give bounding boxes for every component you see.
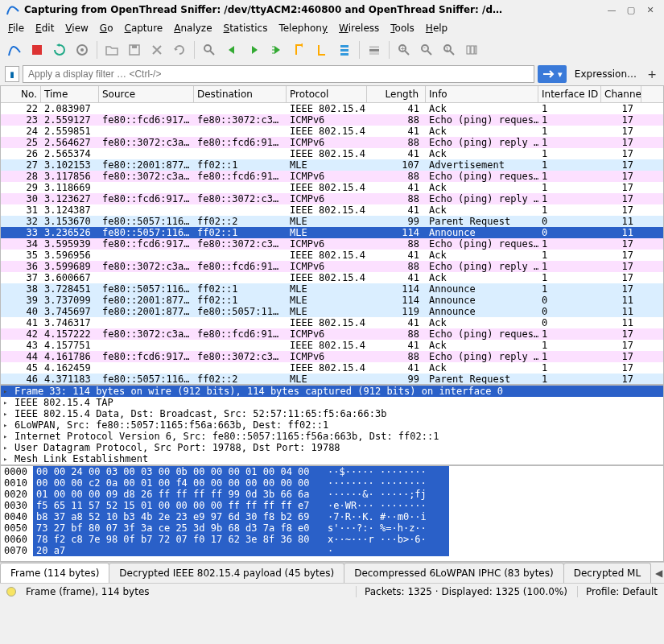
menu-go[interactable]: Go <box>100 23 113 34</box>
resize-columns-button[interactable] <box>462 40 481 60</box>
zoom-in-button[interactable]: + <box>394 40 414 60</box>
display-filter-input[interactable] <box>23 65 534 83</box>
menu-edit[interactable]: Edit <box>35 23 54 34</box>
zoom-out-button[interactable]: - <box>417 40 436 60</box>
col-chan[interactable]: Channel <box>601 86 641 102</box>
close-button[interactable]: ✕ <box>643 4 658 15</box>
tree-item[interactable]: ▸Frame 33: 114 bytes on wire (912 bits),… <box>1 386 663 397</box>
packet-row[interactable]: 323.153670fe80::5057:116…ff02::2MLE99Par… <box>1 216 663 227</box>
hex-row[interactable]: 005073 27 bf 80 07 3f 3a ce 25 3d 9b 68 … <box>1 522 663 534</box>
tab-frame[interactable]: Frame (114 bytes) <box>0 563 109 583</box>
packet-row[interactable]: 273.102153fe80::2001:877…ff02::1MLE107Ad… <box>1 159 663 171</box>
col-time[interactable]: Time <box>41 86 99 102</box>
menu-statistics[interactable]: Statistics <box>224 23 268 34</box>
packet-row[interactable]: 424.157222fe80::3072:c3a…fe80::fcd6:91…I… <box>1 328 663 340</box>
packet-row[interactable]: 293.118669IEEE 802.15.441Ack117 <box>1 182 663 193</box>
go-first-button[interactable] <box>290 40 309 60</box>
tree-item[interactable]: ▸IEEE 802.15.4 TAP <box>1 397 663 408</box>
capture-options-button[interactable] <box>72 40 92 60</box>
packet-row[interactable]: 222.083907IEEE 802.15.441Ack117 <box>1 103 663 114</box>
packet-row[interactable]: 303.123627fe80::fcd6:917…fe80::3072:c3…I… <box>1 193 663 204</box>
hex-row[interactable]: 0030f5 65 11 57 52 15 01 00 00 00 00 ff … <box>1 500 663 511</box>
packet-details[interactable]: ▸Frame 33: 114 bytes on wire (912 bits),… <box>0 385 664 465</box>
menu-capture[interactable]: Capture <box>124 23 163 34</box>
svg-line-17 <box>405 51 409 55</box>
close-file-button[interactable] <box>147 40 167 60</box>
packet-bytes[interactable]: 000000 00 24 00 03 00 03 00 0b 00 00 00 … <box>0 465 664 562</box>
packet-row[interactable]: 353.596956IEEE 802.15.441Ack117 <box>1 250 663 261</box>
start-capture-button[interactable] <box>5 40 24 60</box>
menu-telephony[interactable]: Telephony <box>278 23 328 34</box>
packet-row[interactable]: 262.565374IEEE 802.15.441Ack117 <box>1 148 663 159</box>
open-file-button[interactable] <box>102 40 122 60</box>
col-len[interactable]: Length <box>367 86 426 102</box>
svg-line-20 <box>427 51 431 55</box>
hex-row[interactable]: 001000 00 00 c2 0a 00 01 00 f4 00 00 00 … <box>1 477 663 489</box>
packet-row[interactable]: 434.157751IEEE 802.15.441Ack117 <box>1 340 663 351</box>
packet-row[interactable]: 373.600667IEEE 802.15.441Ack117 <box>1 272 663 283</box>
packet-row[interactable]: 454.162459IEEE 802.15.441Ack117 <box>1 362 663 374</box>
tree-item[interactable]: ▸Mesh Link Establishment <box>1 453 663 464</box>
col-iface[interactable]: Interface ID <box>538 86 601 102</box>
filter-add-button[interactable]: + <box>645 67 659 81</box>
menu-view[interactable]: View <box>65 23 88 34</box>
hex-row[interactable]: 007020 a7 · <box>1 545 663 556</box>
maximize-button[interactable]: ▢ <box>624 4 638 15</box>
packet-row[interactable]: 232.559127fe80::fcd6:917…fe80::3072:c3…I… <box>1 114 663 126</box>
zoom-reset-button[interactable]: 1 <box>439 40 459 60</box>
reload-button[interactable] <box>170 40 189 60</box>
go-last-button[interactable] <box>312 40 332 60</box>
packet-row[interactable]: 393.737099fe80::2001:877…ff02::1MLE114An… <box>1 295 663 306</box>
auto-scroll-button[interactable] <box>335 40 354 60</box>
col-src[interactable]: Source <box>99 86 194 102</box>
packet-row[interactable]: 383.728451fe80::5057:116…ff02::1MLE114An… <box>1 283 663 295</box>
hex-row[interactable]: 0040b8 37 a8 52 10 b3 4b 2e 23 e9 97 6d … <box>1 511 663 522</box>
menu-help[interactable]: Help <box>426 23 447 34</box>
col-dst[interactable]: Destination <box>194 86 287 102</box>
tabs-scroll-left[interactable]: ◀ <box>650 568 664 579</box>
packet-row[interactable]: 464.371183fe80::5057:116…ff02::2MLE99Par… <box>1 374 663 384</box>
filter-bookmark-button[interactable]: ▮ <box>5 66 19 82</box>
packet-row[interactable]: 283.117856fe80::3072:c3a…fe80::fcd6:91…I… <box>1 171 663 182</box>
col-info[interactable]: Info <box>426 86 538 102</box>
packet-row[interactable]: 403.745697fe80::2001:877…fe80::5057:11…M… <box>1 306 663 317</box>
col-no[interactable]: No. <box>1 86 41 102</box>
menu-wireless[interactable]: Wireless <box>339 23 379 34</box>
packet-row[interactable]: 363.599689fe80::3072:c3a…fe80::fcd6:91…I… <box>1 261 663 272</box>
go-back-button[interactable] <box>222 40 241 60</box>
packet-list-body[interactable]: 222.083907IEEE 802.15.441Ack117232.55912… <box>1 103 663 384</box>
stop-capture-button[interactable] <box>27 40 47 60</box>
tree-item[interactable]: ▸IEEE 802.15.4 Data, Dst: Broadcast, Src… <box>1 408 663 419</box>
menu-tools[interactable]: Tools <box>390 23 414 34</box>
packet-row[interactable]: 413.746317IEEE 802.15.441Ack011 <box>1 317 663 328</box>
packet-row[interactable]: 333.236526fe80::5057:116…ff02::1MLE114An… <box>1 227 663 238</box>
packet-row[interactable]: 343.595939fe80::fcd6:917…fe80::3072:c3…I… <box>1 238 663 250</box>
expert-info-button[interactable] <box>6 587 16 597</box>
packet-row[interactable]: 242.559851IEEE 802.15.441Ack117 <box>1 126 663 137</box>
hex-row[interactable]: 006078 f2 c8 7e 98 0f b7 72 07 f0 17 62 … <box>1 534 663 545</box>
menu-analyze[interactable]: Analyze <box>174 23 212 34</box>
menu-file[interactable]: File <box>8 23 24 34</box>
filter-expression-button[interactable]: Expression… <box>570 68 641 80</box>
tab-decrypted-154[interactable]: Decrypted IEEE 802.15.4 payload (45 byte… <box>109 563 344 583</box>
col-proto[interactable]: Protocol <box>287 86 367 102</box>
find-button[interactable] <box>200 40 219 60</box>
save-file-button[interactable] <box>125 40 144 60</box>
go-to-packet-button[interactable] <box>267 40 287 60</box>
hex-row[interactable]: 000000 00 24 00 03 00 03 00 0b 00 00 00 … <box>1 466 663 477</box>
tab-decrypted-ml[interactable]: Decrypted ML <box>563 563 651 583</box>
packet-row[interactable]: 252.564627fe80::3072:c3a…fe80::fcd6:91…I… <box>1 137 663 148</box>
go-forward-button[interactable] <box>245 40 264 60</box>
tree-item[interactable]: ▸Internet Protocol Version 6, Src: fe80:… <box>1 431 663 442</box>
packet-row[interactable]: 313.124387IEEE 802.15.441Ack117 <box>1 204 663 216</box>
status-profile[interactable]: Profile: Default <box>577 586 658 597</box>
minimize-button[interactable]: — <box>604 4 619 15</box>
packet-row[interactable]: 444.161786fe80::fcd6:917…fe80::3072:c3…I… <box>1 351 663 362</box>
tab-6lowpan[interactable]: Decompressed 6LoWPAN IPHC (83 bytes) <box>344 563 564 583</box>
filter-apply-button[interactable]: ▾ <box>538 65 567 83</box>
tree-item[interactable]: ▸6LoWPAN, Src: fe80::5057:1165:f56a:663b… <box>1 419 663 431</box>
colorize-button[interactable] <box>365 40 384 60</box>
hex-row[interactable]: 002001 00 00 00 09 d8 26 ff ff ff ff 99 … <box>1 489 663 500</box>
tree-item[interactable]: ▸User Datagram Protocol, Src Port: 19788… <box>1 442 663 453</box>
restart-capture-button[interactable] <box>50 40 69 60</box>
